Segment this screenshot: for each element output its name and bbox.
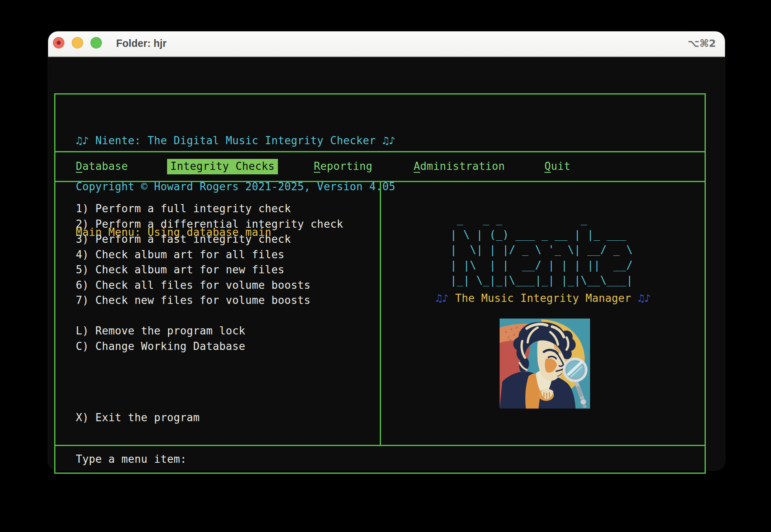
desktop: Folder: hjr ⌥⌘2 ♫♪ Niente: The Digital M…: [0, 0, 771, 532]
music-notes-icon: ♫♪: [638, 292, 651, 304]
menu-option-6[interactable]: 6) Check all files for volume boosts: [76, 278, 311, 293]
zoom-button[interactable]: [90, 37, 102, 48]
app-title: ♫♪ Niente: The Digital Music Integrity C…: [76, 133, 395, 149]
menu-key-reporting: R: [314, 160, 320, 172]
menu-label-administration: dministration: [420, 160, 505, 172]
menu-key-quit: Q: [544, 160, 551, 172]
menu-item-integrity-checks[interactable]: Integrity Checks: [167, 159, 278, 174]
minimize-button[interactable]: [72, 37, 83, 48]
tui-frame: ♫♪ Niente: The Digital Music Integrity C…: [54, 93, 706, 474]
menu-option-exit[interactable]: X) Exit the program: [76, 410, 200, 426]
menu-item-database[interactable]: Database: [76, 159, 128, 174]
close-dot-icon: [57, 41, 61, 45]
menu-option-7[interactable]: 7) Check new files for volume boosts: [76, 293, 311, 308]
menu-key-database: D: [76, 160, 82, 172]
beethoven-portrait-image: [500, 319, 590, 409]
prompt-label: Type a menu item:: [76, 453, 187, 465]
menu-key-integrity-checks: I: [170, 160, 177, 172]
close-button[interactable]: [53, 37, 64, 48]
menu-option-change-db[interactable]: C) Change Working Database: [76, 339, 245, 354]
menu-item-administration[interactable]: Administration: [414, 159, 505, 174]
menu-option-2[interactable]: 2) Perform a differential integrity chec…: [76, 217, 343, 232]
window-titlebar[interactable]: Folder: hjr ⌥⌘2: [48, 31, 725, 57]
menu-label-database: atabase: [82, 160, 128, 172]
panel-divider: [380, 182, 381, 445]
menu-item-quit[interactable]: Quit: [544, 159, 571, 174]
menu-option-1[interactable]: 1) Perform a full integrity check: [76, 201, 291, 217]
terminal-window: Folder: hjr ⌥⌘2 ♫♪ Niente: The Digital M…: [48, 31, 725, 470]
menu-label-integrity-checks: ntegrity Checks: [177, 160, 275, 172]
tagline: ♫♪ The Music Integrity Manager ♫♪: [436, 291, 651, 306]
menu-option-5[interactable]: 5) Check album art for new files: [76, 262, 284, 278]
menu-option-lock[interactable]: L) Remove the program lock: [76, 323, 245, 339]
menu-label-quit: uit: [551, 160, 571, 172]
separator-prompt: [55, 445, 705, 446]
menu-option-4[interactable]: 4) Check album art for all files: [76, 247, 284, 263]
window-shortcut-badge: ⌥⌘2: [688, 31, 716, 55]
music-notes-icon: ♫♪: [436, 292, 449, 304]
window-title: Folder: hjr: [116, 31, 167, 55]
menu-option-3[interactable]: 3) Perform a fast integrity check: [76, 232, 291, 247]
separator-header: [55, 151, 705, 152]
tagline-text: The Music Integrity Manager: [449, 292, 638, 304]
menu-item-reporting[interactable]: Reporting: [314, 159, 372, 174]
menu-key-administration: A: [414, 160, 420, 172]
prompt-line[interactable]: Type a menu item:: [76, 452, 187, 467]
terminal-screen[interactable]: ♫♪ Niente: The Digital Music Integrity C…: [48, 57, 725, 470]
ascii-art-niente: _ _ _ _ | \ | (_) ___ _ __ | |_ ___ | \|…: [450, 212, 633, 288]
menu-label-reporting: eporting: [320, 160, 372, 172]
